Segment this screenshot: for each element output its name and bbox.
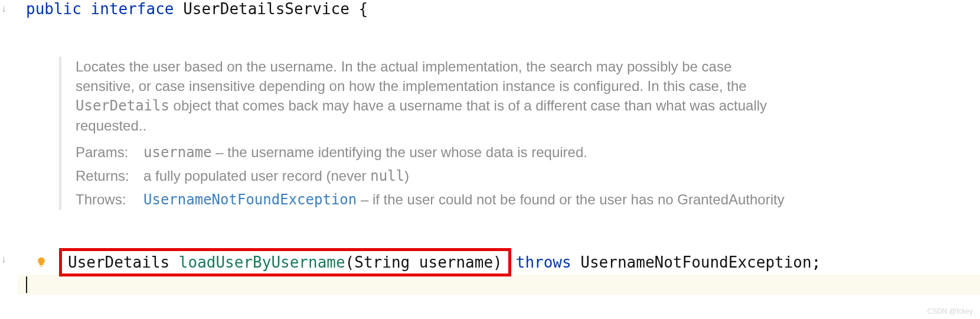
doc-dash: – — [212, 144, 228, 160]
returns-code: null — [370, 168, 404, 184]
doc-text: object that comes back may have a userna… — [76, 97, 767, 134]
javadoc-params-value: username – the username identifying the … — [143, 142, 791, 162]
code-line-declaration[interactable]: public interface UserDetailsService { — [18, 0, 980, 18]
javadoc-returns-row: Returns: a fully populated user record (… — [76, 166, 791, 186]
doc-dash: – — [357, 191, 373, 207]
javadoc-label-returns: Returns: — [76, 166, 143, 185]
javadoc-description: Locates the user based on the username. … — [76, 57, 791, 135]
keyword-public: public — [26, 0, 81, 18]
throws-desc: if the user could not be found or the us… — [373, 191, 785, 207]
type-name: UserDetailsService — [183, 0, 349, 18]
watermark-text: CSDN @fckey — [927, 307, 973, 315]
keyword-throws: throws — [516, 253, 571, 271]
paren-close: ) — [493, 253, 502, 271]
doc-text: Locates the user based on the username. … — [76, 58, 747, 94]
code-editor[interactable]: public interface UserDetailsService { — [18, 0, 980, 18]
editor-gutter: ↓ ↓ — [0, 0, 18, 319]
intention-bulb-icon[interactable] — [35, 256, 47, 268]
javadoc-label-params: Params: — [76, 142, 143, 162]
returns-text-end: ) — [404, 168, 409, 184]
exception-link[interactable]: UsernameNotFoundException — [143, 191, 357, 208]
down-arrow-icon: ↓ — [1, 253, 6, 265]
doc-inline-code: UserDetails — [76, 97, 169, 114]
keyword-interface: interface — [91, 0, 174, 18]
javadoc-label-throws: Throws: — [76, 190, 143, 209]
param-type: String — [354, 253, 410, 271]
method-line[interactable]: UserDetails loadUserByUsername(String us… — [35, 248, 821, 276]
returns-text: a fully populated user record (never — [143, 168, 370, 184]
javadoc-throws-row: Throws: UsernameNotFoundException – if t… — [76, 190, 791, 210]
method-signature[interactable]: UserDetails loadUserByUsername(String us… — [68, 253, 502, 271]
method-name: loadUserByUsername — [179, 253, 345, 271]
exception-type: UsernameNotFoundException — [580, 253, 811, 271]
javadoc-block: Locates the user based on the username. … — [59, 57, 791, 210]
highlighted-region: UserDetails loadUserByUsername(String us… — [59, 248, 511, 276]
param-desc: the username identifying the user whose … — [227, 144, 587, 160]
text-caret — [26, 276, 27, 293]
method-throws-clause[interactable]: throws UsernameNotFoundException; — [516, 253, 821, 271]
param-name: username — [419, 253, 493, 271]
paren-open: ( — [345, 253, 355, 271]
semicolon: ; — [812, 253, 821, 271]
down-arrow-icon: ↓ — [1, 2, 6, 15]
javadoc-params-row: Params: username – the username identify… — [76, 142, 791, 162]
javadoc-returns-value: a fully populated user record (never nul… — [143, 166, 791, 186]
brace-open: { — [359, 0, 368, 18]
javadoc-throws-value: UsernameNotFoundException – if the user … — [143, 190, 791, 210]
current-line-highlight — [18, 275, 980, 295]
param-name-code: username — [143, 144, 212, 161]
return-type: UserDetails — [68, 253, 169, 271]
